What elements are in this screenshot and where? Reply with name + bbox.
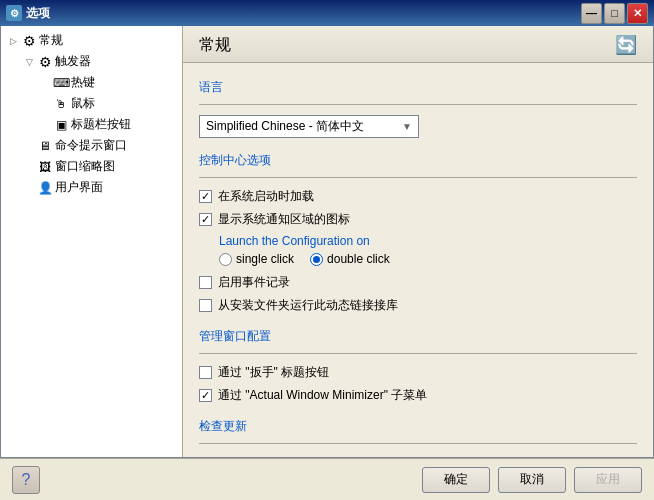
manage-section-label: 管理窗口配置 (199, 328, 637, 345)
tree-label-userui: 用户界面 (55, 179, 103, 196)
page-title: 常规 (199, 35, 231, 56)
minimize-button[interactable]: — (581, 3, 602, 24)
sidebar-item-winpreview[interactable]: 🖼 窗口缩略图 (1, 156, 182, 177)
dropdown-arrow-icon: ▼ (402, 121, 412, 132)
sidebar-item-hotkey[interactable]: ⌨ 热键 (1, 72, 182, 93)
tree-label-general: 常规 (39, 32, 63, 49)
rundll-checkbox[interactable] (199, 299, 212, 312)
confirm-button[interactable]: 确定 (422, 467, 490, 493)
single-click-option[interactable]: single click (219, 252, 294, 266)
wrench-checkbox[interactable] (199, 366, 212, 379)
left-panel: ▷ ⚙ 常规 ▽ ⚙ 触发器 ⌨ 热键 🖱 鼠标 ▣ 标题栏按钮 🖥 命令 (1, 26, 183, 457)
right-panel: 常规 🔄 语言 Simplified Chinese - 简体中文 ▼ 控制中心… (183, 26, 653, 457)
cmdprompt-icon: 🖥 (37, 138, 53, 154)
update-divider (199, 443, 637, 444)
update-section-label: 检查更新 (199, 418, 637, 435)
trayicon-label: 显示系统通知区域的图标 (218, 211, 350, 228)
gear-icon-general: ⚙ (21, 33, 37, 49)
trayicon-row: 显示系统通知区域的图标 (199, 211, 637, 228)
mouse-icon: 🖱 (53, 96, 69, 112)
tree-label-cmdprompt: 命令提示窗口 (55, 137, 127, 154)
titlebar-icon: ⚙ (6, 5, 22, 21)
control-divider (199, 177, 637, 178)
launch-radio-row: single click double click (219, 252, 637, 266)
trayicon-checkbox[interactable] (199, 213, 212, 226)
double-click-label: double click (327, 252, 390, 266)
manage-divider (199, 353, 637, 354)
autostart-row: 在系统启动时加载 (199, 188, 637, 205)
single-click-radio[interactable] (219, 253, 232, 266)
window-title: 选项 (26, 5, 581, 22)
maximize-button[interactable]: □ (604, 3, 625, 24)
language-select-value: Simplified Chinese - 简体中文 (206, 118, 364, 135)
language-section-label: 语言 (199, 79, 637, 96)
right-content: 语言 Simplified Chinese - 简体中文 ▼ 控制中心选项 在系… (183, 63, 653, 457)
eventlog-label: 启用事件记录 (218, 274, 290, 291)
help-button[interactable]: ? (12, 466, 40, 494)
confirm-label: 确定 (444, 471, 468, 488)
submenu-label: 通过 "Actual Window Minimizer" 子菜单 (218, 387, 427, 404)
tree-label-hotkey: 热键 (71, 74, 95, 91)
eventlog-checkbox[interactable] (199, 276, 212, 289)
autostart-label: 在系统启动时加载 (218, 188, 314, 205)
help-icon: ? (22, 471, 31, 489)
tree-label-winpreview: 窗口缩略图 (55, 158, 115, 175)
eventlog-row: 启用事件记录 (199, 274, 637, 291)
manage-section: 管理窗口配置 通过 "扳手" 标题按钮 通过 "Actual Window Mi… (199, 328, 637, 404)
tree-label-mouse: 鼠标 (71, 95, 95, 112)
update-section: 检查更新 (199, 418, 637, 444)
single-click-label: single click (236, 252, 294, 266)
sidebar-item-titlebutton[interactable]: ▣ 标题栏按钮 (1, 114, 182, 135)
bottom-left: ? (12, 466, 414, 494)
winpreview-icon: 🖼 (37, 159, 53, 175)
language-select-row: Simplified Chinese - 简体中文 ▼ (199, 115, 637, 138)
toggle-general: ▷ (5, 33, 21, 49)
submenu-row: 通过 "Actual Window Minimizer" 子菜单 (199, 387, 637, 404)
toggle-trigger: ▽ (21, 54, 37, 70)
main-container: ▷ ⚙ 常规 ▽ ⚙ 触发器 ⌨ 热键 🖱 鼠标 ▣ 标题栏按钮 🖥 命令 (0, 26, 654, 458)
hotkey-icon: ⌨ (53, 75, 69, 91)
sidebar-item-mouse[interactable]: 🖱 鼠标 (1, 93, 182, 114)
autostart-checkbox[interactable] (199, 190, 212, 203)
control-section-label: 控制中心选项 (199, 152, 637, 169)
header-icon: 🔄 (615, 34, 637, 56)
right-header: 常规 🔄 (183, 26, 653, 63)
cancel-label: 取消 (520, 471, 544, 488)
double-click-radio[interactable] (310, 253, 323, 266)
rundll-row: 从安装文件夹运行此动态链接接库 (199, 297, 637, 314)
titlebar: ⚙ 选项 — □ ✕ (0, 0, 654, 26)
tree-label-titlebutton: 标题栏按钮 (71, 116, 131, 133)
sidebar-item-general[interactable]: ▷ ⚙ 常规 (1, 30, 182, 51)
apply-button[interactable]: 应用 (574, 467, 642, 493)
sidebar-item-cmdprompt[interactable]: 🖥 命令提示窗口 (1, 135, 182, 156)
gear-icon-trigger: ⚙ (37, 54, 53, 70)
bottom-bar: ? 确定 取消 应用 (0, 458, 654, 500)
control-section: 控制中心选项 在系统启动时加载 显示系统通知区域的图标 Launch the C… (199, 152, 637, 314)
launch-config-label: Launch the Configuration on (219, 234, 637, 248)
apply-label: 应用 (596, 471, 620, 488)
sidebar-item-trigger[interactable]: ▽ ⚙ 触发器 (1, 51, 182, 72)
titlebar-buttons: — □ ✕ (581, 3, 648, 24)
titlebutton-icon: ▣ (53, 117, 69, 133)
rundll-label: 从安装文件夹运行此动态链接接库 (218, 297, 398, 314)
cancel-button[interactable]: 取消 (498, 467, 566, 493)
userui-icon: 👤 (37, 180, 53, 196)
language-divider (199, 104, 637, 105)
tree-label-trigger: 触发器 (55, 53, 91, 70)
wrench-label: 通过 "扳手" 标题按钮 (218, 364, 329, 381)
double-click-option[interactable]: double click (310, 252, 390, 266)
submenu-checkbox[interactable] (199, 389, 212, 402)
wrench-row: 通过 "扳手" 标题按钮 (199, 364, 637, 381)
sidebar-item-userui[interactable]: 👤 用户界面 (1, 177, 182, 198)
language-select[interactable]: Simplified Chinese - 简体中文 ▼ (199, 115, 419, 138)
close-button[interactable]: ✕ (627, 3, 648, 24)
